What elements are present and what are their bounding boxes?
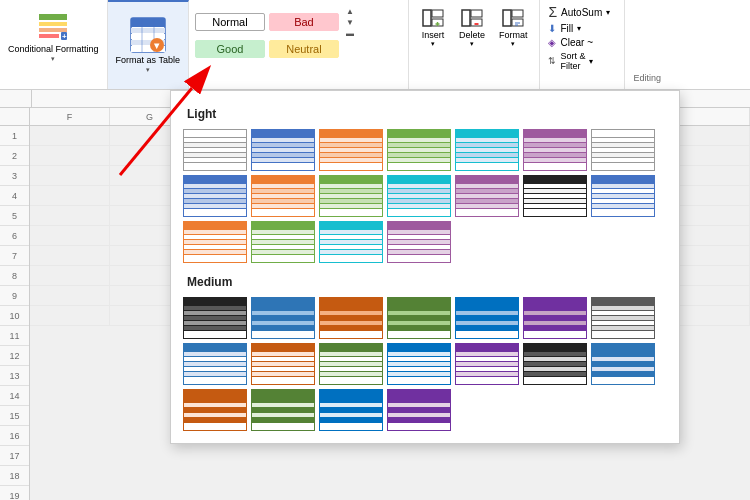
svg-rect-3 [39, 34, 59, 38]
insert-button[interactable]: Insert ▾ [415, 4, 451, 50]
table-style-option[interactable] [387, 129, 451, 171]
insert-label: Insert [422, 30, 445, 40]
table-style-option[interactable] [319, 221, 383, 263]
row-header-13: 13 [0, 366, 29, 386]
table-style-option[interactable] [251, 389, 315, 431]
fill-label: Fill [560, 23, 573, 34]
conditional-formatting-label: Conditional Formatting [8, 44, 99, 55]
clear-button[interactable]: ◈ Clear ~ [548, 37, 616, 48]
scroll-up-arrow[interactable]: ▲ [343, 6, 357, 16]
table-style-option[interactable] [591, 175, 655, 217]
sort-filter-button[interactable]: ⇅ Sort &Filter ▾ [548, 51, 616, 71]
scroll-arrows: ▲ ▼ ▬ [343, 6, 357, 38]
table-style-option[interactable] [183, 297, 247, 339]
insert-icon [421, 6, 445, 30]
clear-icon: ◈ [548, 37, 556, 48]
table-style-option[interactable] [183, 389, 247, 431]
delete-icon [460, 6, 484, 30]
table-style-option[interactable] [251, 297, 315, 339]
table-style-option[interactable] [183, 129, 247, 171]
svg-text:+: + [62, 32, 67, 41]
table-style-option[interactable] [523, 175, 587, 217]
table-style-option[interactable] [387, 175, 451, 217]
delete-button[interactable]: Delete ▾ [453, 4, 491, 50]
table-style-option[interactable] [251, 175, 315, 217]
svg-rect-10 [131, 34, 165, 39]
bad-style-button[interactable]: Bad [269, 13, 339, 31]
svg-rect-18 [432, 10, 443, 17]
sort-icon: ⇅ [548, 56, 556, 66]
cells-group: Insert ▾ Delete ▾ Format ▾ [409, 0, 541, 89]
styles-row-2: Good Neutral [195, 40, 402, 58]
table-style-option[interactable] [319, 297, 383, 339]
table-style-option[interactable] [591, 343, 655, 385]
format-as-table-button[interactable]: ▾ Format as Table ▾ [108, 0, 189, 89]
table-style-option[interactable] [319, 389, 383, 431]
table-style-option[interactable] [183, 343, 247, 385]
table-style-option[interactable] [455, 343, 519, 385]
row-header-16: 16 [0, 426, 29, 446]
table-style-option[interactable] [387, 297, 451, 339]
svg-rect-26 [503, 10, 511, 26]
table-style-option[interactable] [387, 389, 451, 431]
table-style-option[interactable] [387, 221, 451, 263]
table-style-option[interactable] [591, 297, 655, 339]
table-style-option[interactable] [455, 129, 519, 171]
neutral-style-button[interactable]: Neutral [269, 40, 339, 58]
table-style-option[interactable] [523, 343, 587, 385]
table-style-option[interactable] [523, 297, 587, 339]
cell-styles-section: Normal Bad ▲ ▼ ▬ Good Neutral [189, 0, 409, 89]
scroll-down-arrow[interactable]: ▼ [343, 17, 357, 27]
conditional-formatting-icon: + [37, 12, 69, 44]
svg-rect-1 [39, 22, 67, 26]
table-style-option[interactable] [251, 343, 315, 385]
svg-rect-17 [423, 10, 431, 26]
medium-section-label: Medium [171, 267, 679, 293]
format-table-dropdown: Light Medium [170, 90, 680, 444]
row-header-3: 3 [0, 166, 29, 186]
editing-label: Editing [633, 73, 661, 83]
svg-rect-27 [512, 10, 523, 17]
conditional-formatting-group: + Conditional Formatting ▾ [0, 0, 108, 89]
table-style-option[interactable] [523, 129, 587, 171]
scroll-expand-arrow[interactable]: ▬ [343, 28, 357, 38]
sort-filter-label: Sort &Filter [560, 51, 585, 71]
table-style-option[interactable] [183, 175, 247, 217]
table-style-option[interactable] [455, 175, 519, 217]
fill-icon: ⬇ [548, 23, 556, 34]
table-style-option[interactable] [319, 129, 383, 171]
row-header-17: 17 [0, 446, 29, 466]
row-header-5: 5 [0, 206, 29, 226]
format-button[interactable]: Format ▾ [493, 4, 534, 50]
fill-button[interactable]: ⬇ Fill ▾ [548, 23, 616, 34]
autosum-sigma: Σ [548, 4, 557, 20]
table-style-option[interactable] [251, 129, 315, 171]
row-headers: 1 2 3 4 5 6 7 8 9 10 11 12 13 14 15 16 1… [0, 108, 30, 500]
autosum-button[interactable]: Σ AutoSum ▾ [548, 4, 616, 20]
conditional-formatting-button[interactable]: + Conditional Formatting ▾ [8, 12, 99, 77]
svg-rect-8 [131, 18, 165, 27]
svg-text:▾: ▾ [153, 40, 160, 51]
delete-label: Delete [459, 30, 485, 40]
row-header-11: 11 [0, 326, 29, 346]
svg-rect-23 [471, 10, 482, 17]
light-styles-grid [171, 125, 679, 267]
table-style-option[interactable] [319, 343, 383, 385]
medium-styles-grid [171, 293, 679, 435]
row-header-10: 10 [0, 306, 29, 326]
table-style-option[interactable] [183, 221, 247, 263]
row-header-9: 9 [0, 286, 29, 306]
row-header-7: 7 [0, 246, 29, 266]
table-style-option[interactable] [387, 343, 451, 385]
editing-group: Editing [625, 0, 669, 89]
row-header-1: 1 [0, 126, 29, 146]
table-style-option[interactable] [591, 129, 655, 171]
row-header-19: 19 [0, 486, 29, 500]
col-header-F: F [30, 108, 110, 125]
good-style-button[interactable]: Good [195, 40, 265, 58]
table-style-option[interactable] [251, 221, 315, 263]
table-style-option[interactable] [455, 297, 519, 339]
table-style-option[interactable] [319, 175, 383, 217]
row-header-18: 18 [0, 466, 29, 486]
normal-style-button[interactable]: Normal [195, 13, 265, 31]
